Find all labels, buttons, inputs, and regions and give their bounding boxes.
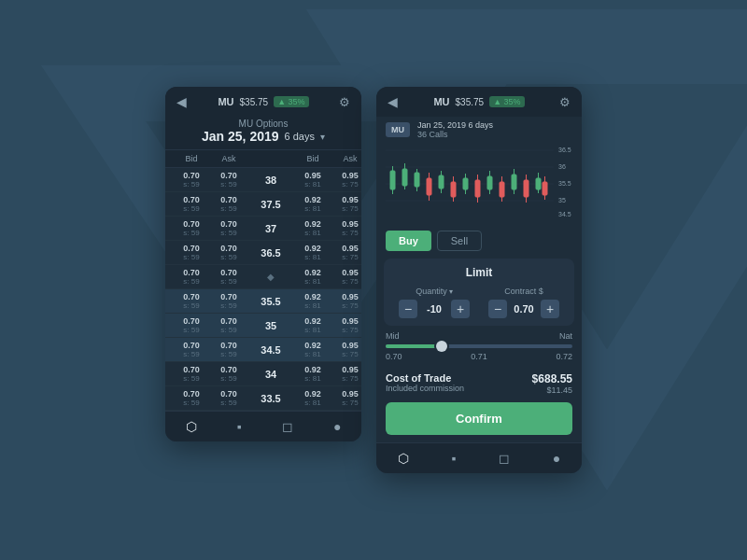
chart-area: 36.5 36 35.5 35 34.5 bbox=[376, 139, 582, 223]
right-nav-home-icon[interactable]: ⬡ bbox=[398, 451, 409, 466]
nav-icon-portfolio[interactable]: ▪ bbox=[237, 419, 242, 434]
right-price-label: $35.75 bbox=[456, 97, 485, 107]
quantity-minus-button[interactable]: − bbox=[399, 300, 417, 318]
date-row: Jan 25, 2019 6 days ▾ bbox=[165, 129, 361, 144]
cost-labels: Cost of Trade Included commission bbox=[386, 372, 464, 393]
chart-info: MU Jan 25, 2019 6 days 36 Calls bbox=[376, 117, 582, 139]
candlestick-chart: 36.5 36 35.5 35 34.5 bbox=[382, 143, 576, 217]
slider-thumb[interactable] bbox=[436, 341, 447, 352]
svg-text:35: 35 bbox=[558, 197, 566, 203]
change-badge: ▲ 35% bbox=[274, 96, 308, 107]
table-row[interactable]: 0.70s: 59 0.70s: 59 37 0.92s: 81 0.95s: … bbox=[165, 217, 361, 241]
table-row[interactable]: 0.70s: 59 0.70s: 59 35 0.92s: 81 0.95s: … bbox=[165, 314, 361, 338]
header-center: MU $35.75 ▲ 35% bbox=[218, 96, 308, 107]
date-text: Jan 25, 2019 bbox=[202, 129, 279, 144]
svg-text:34.5: 34.5 bbox=[558, 211, 571, 217]
order-type-label: Limit bbox=[393, 266, 565, 279]
price-slider-container: Mid Nat 0.70 0.71 0.72 bbox=[376, 326, 582, 365]
quantity-stepper: − -10 + bbox=[393, 300, 475, 318]
contract-plus-button[interactable]: + bbox=[541, 300, 559, 318]
table-row[interactable]: 0.70s: 59 0.70s: 59 34 0.92s: 81 0.95s: … bbox=[165, 362, 361, 386]
table-row[interactable]: 0.70s: 59 0.70s: 59 37.5 0.92s: 81 0.95s… bbox=[165, 192, 361, 217]
sell-button[interactable]: Sell bbox=[437, 231, 482, 251]
right-back-button[interactable]: ◀ bbox=[388, 94, 406, 109]
col-ask2: Ask bbox=[331, 154, 361, 163]
right-panel-header: ◀ MU $35.75 ▲ 35% ⚙ bbox=[376, 87, 582, 117]
contract-minus-button[interactable]: − bbox=[488, 300, 507, 318]
slider-val-2: 0.72 bbox=[556, 352, 572, 361]
right-gear-button[interactable]: ⚙ bbox=[552, 95, 571, 109]
price-label: $35.75 bbox=[240, 97, 269, 107]
right-ticker-row: MU $35.75 ▲ 35% bbox=[433, 96, 524, 107]
back-button[interactable]: ◀ bbox=[176, 94, 195, 109]
slider-val-0: 0.70 bbox=[386, 352, 402, 361]
right-nav-watchlist-icon[interactable]: ◻ bbox=[499, 451, 510, 466]
left-bottom-nav: ⬡ ▪ ◻ ● bbox=[165, 411, 361, 441]
nav-icon-watchlist[interactable]: ◻ bbox=[282, 419, 293, 434]
ticker-label: MU bbox=[218, 96, 233, 107]
slider-nat-label: Nat bbox=[559, 331, 572, 341]
contract-field: Contract $ − 0.70 + bbox=[483, 287, 565, 318]
right-nav-profile-icon[interactable]: ● bbox=[553, 451, 560, 466]
date-chevron-icon[interactable]: ▾ bbox=[320, 132, 325, 142]
table-row[interactable]: 0.70s: 59 0.70s: 59 38 0.95s: 81 0.95s: … bbox=[165, 168, 361, 192]
left-panel: ◀ MU $35.75 ▲ 35% ⚙ MU Options Jan 25, 2… bbox=[165, 87, 361, 441]
svg-text:36.5: 36.5 bbox=[558, 147, 571, 153]
options-title: MU Options bbox=[165, 119, 361, 129]
right-panel: ◀ MU $35.75 ▲ 35% ⚙ MU Jan 25, 2019 6 da… bbox=[376, 87, 582, 473]
slider-track[interactable] bbox=[386, 344, 572, 348]
quantity-label: Quantity ▾ bbox=[393, 287, 475, 296]
table-header: Bid Ask Bid Ask bbox=[165, 150, 361, 168]
slider-fill bbox=[386, 344, 442, 348]
table-row[interactable]: 0.70s: 59 0.70s: 59 36.5 0.92s: 81 0.95s… bbox=[165, 241, 361, 265]
quantity-value: -10 bbox=[421, 303, 447, 315]
chart-subtitle2: 36 Calls bbox=[417, 130, 493, 139]
cost-row: Cost of Trade Included commission $688.5… bbox=[376, 365, 582, 397]
cost-amount: $688.55 bbox=[532, 372, 572, 385]
col-bid2: Bid bbox=[294, 154, 331, 163]
right-ticker-label: MU bbox=[433, 96, 449, 107]
left-panel-header: ◀ MU $35.75 ▲ 35% ⚙ bbox=[165, 87, 361, 117]
table-row[interactable]: 0.70s: 59 0.70s: 59 ◆ 0.92s: 81 0.95s: 7… bbox=[165, 265, 361, 289]
right-bottom-nav: ⬡ ▪ ◻ ● bbox=[376, 442, 582, 473]
svg-text:35.5: 35.5 bbox=[558, 180, 571, 187]
confirm-button[interactable]: Confirm bbox=[386, 402, 572, 435]
slider-labels-row: Mid Nat bbox=[386, 331, 572, 341]
table-row[interactable]: 0.70s: 59 0.70s: 59 33.5 0.92s: 81 0.95s… bbox=[165, 386, 361, 411]
contract-label: Contract $ bbox=[483, 287, 565, 296]
days-badge: 6 days bbox=[285, 131, 315, 142]
slider-mid-label: Mid bbox=[386, 331, 400, 341]
cost-sub: Included commission bbox=[386, 384, 464, 393]
options-title-bar: MU Options Jan 25, 2019 6 days ▾ bbox=[165, 117, 361, 150]
right-header-content: MU $35.75 ▲ 35% bbox=[406, 96, 552, 107]
col-ask: Ask bbox=[210, 154, 247, 163]
order-panel: Limit Quantity ▾ − -10 + bbox=[384, 259, 574, 326]
ticker-row: MU $35.75 ▲ 35% bbox=[218, 96, 308, 107]
order-fields-row: Quantity ▾ − -10 + Contract $ − bbox=[393, 287, 565, 318]
quantity-plus-button[interactable]: + bbox=[451, 300, 470, 318]
right-change-badge: ▲ 35% bbox=[489, 96, 524, 107]
nav-icon-home[interactable]: ⬡ bbox=[186, 419, 197, 434]
nav-icon-profile[interactable]: ● bbox=[333, 419, 341, 434]
right-nav-portfolio-icon[interactable]: ▪ bbox=[451, 451, 456, 466]
slider-val-1: 0.71 bbox=[471, 352, 487, 361]
gear-button[interactable]: ⚙ bbox=[331, 95, 350, 109]
chart-subtitle: Jan 25, 2019 6 days bbox=[417, 120, 493, 130]
col-bid: Bid bbox=[173, 154, 210, 163]
buy-button[interactable]: Buy bbox=[386, 231, 431, 251]
buy-sell-row: Buy Sell bbox=[376, 223, 582, 259]
options-table: 0.70s: 59 0.70s: 59 38 0.95s: 81 0.95s: … bbox=[165, 168, 361, 411]
contract-stepper: − 0.70 + bbox=[483, 300, 565, 318]
contract-value: 0.70 bbox=[511, 303, 537, 315]
mu-logo: MU bbox=[386, 122, 410, 137]
svg-text:36: 36 bbox=[558, 163, 566, 170]
col-strike bbox=[247, 154, 294, 163]
slider-values-row: 0.70 0.71 0.72 bbox=[386, 352, 572, 361]
quantity-chevron-icon: ▾ bbox=[449, 287, 453, 296]
cost-label: Cost of Trade bbox=[386, 372, 464, 384]
quantity-field: Quantity ▾ − -10 + bbox=[393, 287, 475, 318]
cost-amounts: $688.55 $11.45 bbox=[532, 372, 572, 395]
panels-container: ◀ MU $35.75 ▲ 35% ⚙ MU Options Jan 25, 2… bbox=[165, 87, 582, 473]
table-row[interactable]: 0.70s: 59 0.70s: 59 34.5 0.92s: 81 0.95s… bbox=[165, 338, 361, 362]
table-row[interactable]: 0.70s: 59 0.70s: 59 35.5 0.92s: 81 0.95s… bbox=[165, 289, 361, 314]
